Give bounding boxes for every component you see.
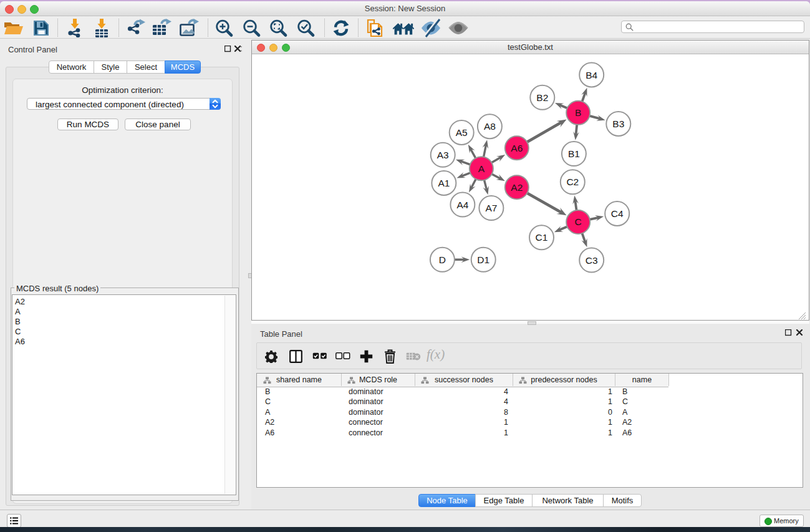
svg-text:C4: C4	[611, 208, 624, 219]
svg-text:B2: B2	[536, 92, 548, 103]
svg-text:C3: C3	[586, 255, 598, 266]
svg-text:D: D	[439, 254, 446, 265]
svg-text:C1: C1	[536, 232, 548, 243]
svg-text:A: A	[478, 163, 485, 174]
svg-text:B: B	[575, 107, 581, 118]
svg-text:A4: A4	[456, 200, 468, 210]
svg-text:B4: B4	[586, 70, 597, 80]
svg-text:A2: A2	[511, 182, 523, 193]
svg-text:A3: A3	[437, 150, 449, 160]
svg-text:D1: D1	[477, 254, 489, 265]
svg-text:A6: A6	[511, 143, 523, 153]
svg-text:C: C	[575, 216, 582, 227]
svg-text:A5: A5	[456, 127, 468, 138]
svg-text:C2: C2	[566, 177, 579, 187]
svg-text:A1: A1	[438, 178, 450, 188]
svg-text:A7: A7	[485, 203, 497, 213]
svg-text:B1: B1	[568, 148, 580, 159]
svg-text:B3: B3	[612, 118, 624, 129]
svg-text:A8: A8	[484, 121, 496, 132]
